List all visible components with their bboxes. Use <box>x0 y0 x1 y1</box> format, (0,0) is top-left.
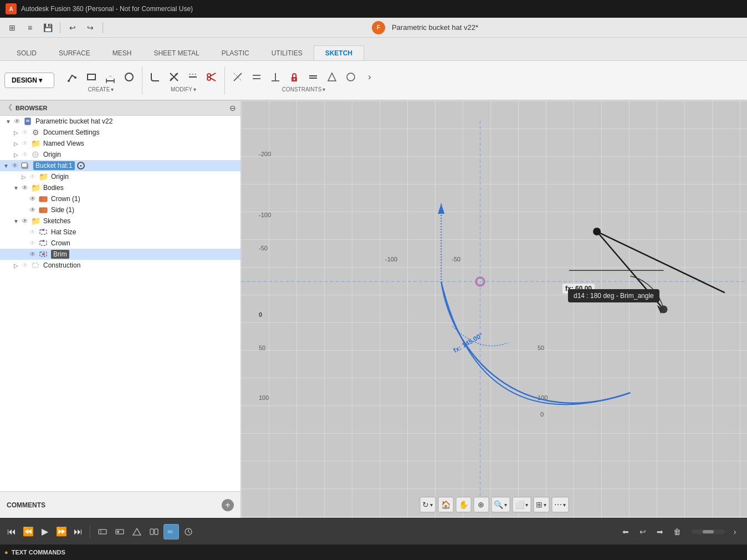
tab-solid[interactable]: SOLID <box>6 46 48 60</box>
tree-item-bucket-hat[interactable]: ▼ 👁 Bucket hat:1 <box>0 160 241 171</box>
triangle-tool[interactable] <box>324 69 340 85</box>
arrow-bodies[interactable]: ▼ <box>12 185 20 191</box>
timeline-tool-4[interactable] <box>146 524 162 540</box>
design-dropdown[interactable]: DESIGN ▾ <box>4 73 54 88</box>
trim-tool[interactable] <box>166 69 182 85</box>
eye-named-views[interactable]: 👁 <box>20 140 30 147</box>
lock-tool[interactable] <box>286 69 303 85</box>
nav-home[interactable]: 🏠 <box>438 497 453 512</box>
eye-bodies[interactable]: 👁 <box>20 184 30 192</box>
add-comment-button[interactable]: + <box>222 499 234 511</box>
equal-tool[interactable] <box>305 69 321 85</box>
tree-item-origin-bucket[interactable]: ▷ 👁 📁 Origin <box>0 171 241 182</box>
line-tool[interactable] <box>64 69 81 85</box>
tab-plastic[interactable]: PLASTIC <box>211 46 260 60</box>
eye-brim[interactable]: 👁 <box>28 250 38 258</box>
eye-bucket-hat[interactable]: 👁 <box>10 162 20 169</box>
undo-button[interactable]: ↩ <box>65 20 80 35</box>
scroll-right[interactable]: › <box>727 524 743 540</box>
eye-hat-size[interactable]: 👁 <box>28 228 38 236</box>
modify-label[interactable]: MODIFY ▾ <box>171 86 196 93</box>
play-play[interactable]: ▶ <box>38 525 52 539</box>
play-prev[interactable]: ⏪ <box>21 525 35 539</box>
tree-item-crown-sketch[interactable]: 👁 Crown <box>0 238 241 249</box>
eye-doc-settings[interactable]: 👁 <box>20 129 30 136</box>
eye-crown[interactable]: 👁 <box>28 195 38 203</box>
eye-project[interactable]: 👁 <box>12 117 22 125</box>
scissors-tool[interactable] <box>203 69 220 85</box>
offset-tool[interactable] <box>185 69 201 85</box>
eye-crown-sketch[interactable]: 👁 <box>28 239 38 247</box>
perpendicular-tool[interactable] <box>267 69 284 85</box>
nav-pan[interactable]: ✋ <box>456 497 471 512</box>
parallel-tool[interactable] <box>248 69 265 85</box>
play-start[interactable]: ⏮ <box>4 525 19 539</box>
nav-rotate[interactable]: ↻▾ <box>419 497 436 512</box>
tab-surface[interactable]: SURFACE <box>48 46 101 60</box>
tree-item-hat-size[interactable]: 👁 Hat Size <box>0 227 241 238</box>
radio-dot[interactable] <box>77 162 85 169</box>
arrow-project[interactable]: ▼ <box>4 119 12 125</box>
save-button[interactable]: 💾 <box>40 20 55 35</box>
timeline-tool-5[interactable] <box>163 524 179 540</box>
play-end[interactable]: ⏭ <box>71 525 85 539</box>
tree-item-crown[interactable]: 👁 Crown (1) <box>0 193 241 204</box>
svg-rect-67 <box>155 529 158 535</box>
arrow-construction[interactable]: ▷ <box>12 263 20 269</box>
eye-origin-top[interactable]: 👁 <box>20 151 30 158</box>
arrow-bucket-hat[interactable]: ▼ <box>2 163 10 169</box>
play-next[interactable]: ⏩ <box>54 525 69 539</box>
arrow-named-views[interactable]: ▷ <box>12 141 20 147</box>
redo-button[interactable]: ↪ <box>83 20 98 35</box>
edit-tool-right[interactable]: ➡ <box>652 524 668 540</box>
tree-item-origin-top[interactable]: ▷ 👁 Origin <box>0 149 241 160</box>
arrow-origin-bucket[interactable]: ▷ <box>20 174 28 180</box>
timeline-tool-6[interactable] <box>181 524 196 540</box>
timeline-tool-2[interactable] <box>112 524 127 540</box>
fillet-tool[interactable] <box>147 69 163 85</box>
rectangle-tool[interactable] <box>83 69 100 85</box>
tree-item-side[interactable]: 👁 Side (1) <box>0 204 241 215</box>
nav-zoom-fit[interactable]: ⊕ <box>473 497 489 512</box>
coincident-tool[interactable] <box>229 69 246 85</box>
circle-tool[interactable] <box>121 69 137 85</box>
tab-utilities[interactable]: UTILITIES <box>260 46 314 60</box>
browser-close[interactable]: ⊖ <box>229 104 236 112</box>
tab-mesh[interactable]: MESH <box>101 46 143 60</box>
circle-constraint-tool[interactable] <box>342 69 359 85</box>
tree-item-sketches[interactable]: ▼ 👁 📁 Sketches <box>0 215 241 227</box>
edit-tool-del[interactable]: 🗑 <box>669 524 685 540</box>
eye-sketches[interactable]: 👁 <box>20 217 30 225</box>
eye-side[interactable]: 👁 <box>28 206 38 214</box>
grid-button[interactable]: ⊞ <box>4 20 20 35</box>
tree-item-brim[interactable]: 👁 Brim <box>0 249 241 260</box>
tab-sketch[interactable]: SKETCH <box>314 45 364 60</box>
nav-grid[interactable]: ⊞▾ <box>533 497 549 512</box>
more-constraints-tool[interactable]: › <box>361 69 378 85</box>
eye-origin-bucket[interactable]: 👁 <box>28 173 38 181</box>
arrow-sketches[interactable]: ▼ <box>12 218 20 224</box>
nav-display[interactable]: ⬜▾ <box>512 497 531 512</box>
eye-construction[interactable]: 👁 <box>20 261 30 269</box>
tab-sheet-metal[interactable]: SHEET METAL <box>142 46 210 60</box>
tree-item-project[interactable]: ▼ 👁 Parametric bucket hat v22 <box>0 116 241 127</box>
timeline-tool-1[interactable] <box>95 524 110 540</box>
tree-item-bodies[interactable]: ▼ 👁 📁 Bodies <box>0 182 241 193</box>
browser-collapse[interactable]: 《 <box>4 103 12 113</box>
edit-tool-left[interactable]: ⬅ <box>618 524 633 540</box>
tree-item-doc-settings[interactable]: ▷ 👁 ⚙ Document Settings <box>0 127 241 138</box>
tree-item-named-views[interactable]: ▷ 👁 📁 Named Views <box>0 138 241 149</box>
timeline-tool-3[interactable] <box>129 524 145 540</box>
dimension-tool[interactable]: ↔ <box>102 69 119 85</box>
constraints-label[interactable]: CONSTRAINTS ▾ <box>282 86 326 93</box>
menu-button[interactable]: ≡ <box>22 20 38 35</box>
nav-zoom-in[interactable]: 🔍▾ <box>491 497 510 512</box>
arrow-origin-top[interactable]: ▷ <box>12 152 20 158</box>
nav-more[interactable]: ⋯▾ <box>551 497 569 512</box>
canvas-area[interactable]: -200 -100 -50 0 50 100 -100 -50 0 50 100 <box>241 101 747 518</box>
create-label[interactable]: CREATE ▾ <box>88 86 114 93</box>
tree-item-construction[interactable]: ▷ 👁 Construction <box>0 260 241 271</box>
svg-rect-45 <box>42 253 45 255</box>
edit-tool-undo[interactable]: ↩ <box>635 524 651 540</box>
arrow-doc-settings[interactable]: ▷ <box>12 130 20 136</box>
